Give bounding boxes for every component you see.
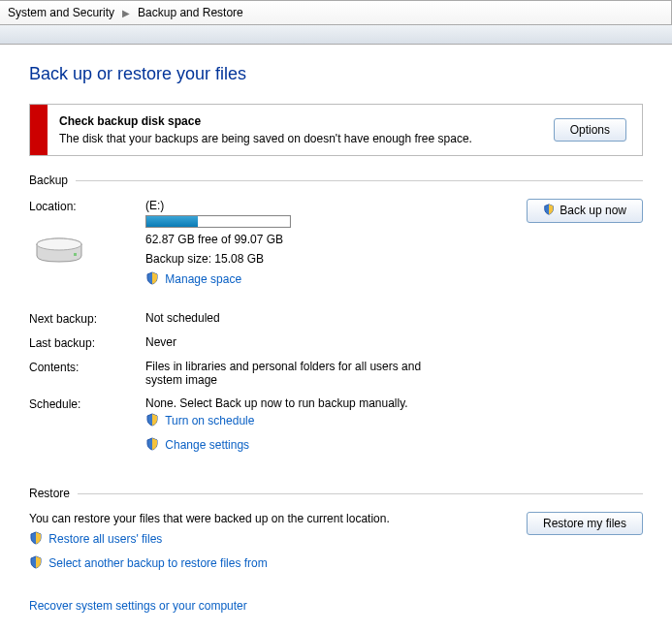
- shield-icon: [145, 413, 159, 429]
- restore-section-header: Restore: [29, 487, 643, 500]
- location-label: Location:: [29, 200, 145, 213]
- contents-value: Files in libraries and personal folders …: [145, 360, 456, 387]
- restore-all-users-link[interactable]: Restore all users' files: [48, 532, 162, 546]
- page-title: Back up or restore your files: [29, 64, 643, 84]
- svg-point-1: [37, 238, 81, 250]
- last-backup-label: Last backup:: [29, 335, 145, 350]
- schedule-value: None. Select Back up now to run backup m…: [145, 396, 643, 410]
- alert-indicator-bar: [30, 105, 48, 155]
- breadcrumb-parent[interactable]: System and Security: [4, 6, 118, 19]
- drive-name: (E:): [145, 199, 507, 212]
- select-another-backup-link[interactable]: Select another backup to restore files f…: [48, 556, 267, 570]
- backup-section-label: Backup: [29, 174, 68, 187]
- turn-on-schedule-link[interactable]: Turn on schedule: [165, 414, 254, 427]
- toolbar: [0, 25, 672, 45]
- restore-my-files-button[interactable]: Restore my files: [527, 512, 643, 535]
- backup-section-header: Backup: [29, 174, 643, 187]
- shield-icon: [145, 437, 159, 454]
- next-backup-label: Next backup:: [29, 311, 145, 326]
- options-button[interactable]: Options: [554, 118, 626, 142]
- contents-label: Contents:: [29, 360, 145, 374]
- manage-space-link[interactable]: Manage space: [165, 272, 241, 286]
- restore-description: You can restore your files that were bac…: [29, 512, 507, 525]
- restore-section-label: Restore: [29, 487, 70, 500]
- drive-icon: [33, 237, 86, 266]
- breadcrumb[interactable]: System and Security ▶ Backup and Restore: [0, 0, 672, 25]
- shield-icon: [543, 204, 555, 218]
- disk-usage-bar: [145, 215, 291, 228]
- change-settings-link[interactable]: Change settings: [165, 438, 249, 452]
- alert-title: Check backup disk space: [59, 114, 527, 128]
- alert-message: The disk that your backups are being sav…: [59, 132, 527, 145]
- shield-icon: [29, 531, 43, 548]
- chevron-right-icon: ▶: [118, 8, 134, 18]
- schedule-label: Schedule:: [29, 396, 145, 411]
- free-space: 62.87 GB free of 99.07 GB: [145, 233, 507, 246]
- svg-rect-2: [74, 253, 77, 256]
- breadcrumb-current[interactable]: Backup and Restore: [134, 6, 247, 19]
- disk-space-alert: Check backup disk space The disk that yo…: [29, 104, 643, 156]
- next-backup-value: Not scheduled: [145, 311, 643, 325]
- backup-now-button[interactable]: Back up now: [527, 199, 643, 223]
- recover-system-link[interactable]: Recover system settings or your computer: [29, 599, 247, 613]
- backup-size: Backup size: 15.08 GB: [145, 252, 507, 266]
- last-backup-value: Never: [145, 335, 643, 349]
- shield-icon: [29, 555, 43, 572]
- shield-icon: [145, 271, 159, 288]
